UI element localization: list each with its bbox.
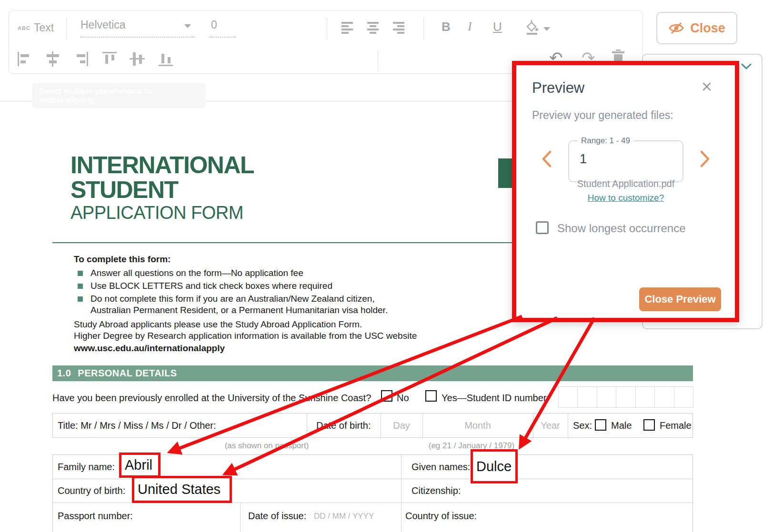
align-text-left-icon[interactable] xyxy=(341,21,354,34)
range-value-input[interactable]: 1 xyxy=(580,152,587,167)
app-window: ABC Text Helvetica 0 B I U xyxy=(0,0,773,532)
day-field[interactable]: Day xyxy=(381,420,422,431)
chevron-down-icon xyxy=(184,24,191,28)
toolbar-divider xyxy=(327,18,327,39)
given-names-value-highlight[interactable]: Dulce xyxy=(471,449,518,483)
tooltip-line1: Select multiple placeholders to xyxy=(39,87,199,96)
bullet-icon xyxy=(78,284,83,289)
doc-title-line3: APPLICATION FORM xyxy=(70,203,243,223)
male-checkbox[interactable] xyxy=(595,419,606,431)
sex-label: Sex: xyxy=(573,420,592,431)
enrolled-question: Have you been previously enrolled at the… xyxy=(52,393,371,404)
align-objects-bottom-icon[interactable] xyxy=(158,51,174,67)
bullet-item: Answer all questions on the form—No appl… xyxy=(90,268,303,278)
align-objects-right-icon[interactable] xyxy=(74,51,89,67)
preview-filename: Student Application.pdf xyxy=(554,178,697,189)
year-field[interactable]: Year xyxy=(533,420,568,431)
doc-paragraph: Higher Degree by Research application in… xyxy=(74,331,417,341)
toolbar-divider xyxy=(66,18,67,39)
range-label: Range: 1 - 49 xyxy=(578,136,633,146)
aligning-tooltip: Select multiple placeholders to enable a… xyxy=(32,83,206,108)
male-label: Male xyxy=(611,420,632,431)
italic-button[interactable]: I xyxy=(468,20,472,34)
id-digit-cell[interactable] xyxy=(578,386,597,408)
align-objects-top-icon[interactable] xyxy=(101,51,118,67)
fill-color-icon[interactable] xyxy=(522,19,542,38)
font-family-select[interactable]: Helvetica xyxy=(80,19,195,31)
close-button-label: Close xyxy=(690,21,725,36)
title-field-label: Title: Mr / Mrs / Miss / Ms / Dr / Other… xyxy=(58,420,216,431)
student-id-grid[interactable] xyxy=(558,386,693,408)
female-checkbox[interactable] xyxy=(643,419,655,431)
how-to-customize-link[interactable]: How to customize? xyxy=(554,193,697,203)
dob-label: Date of birth: xyxy=(316,420,371,431)
fill-color-chevron-icon[interactable] xyxy=(543,27,550,31)
family-name-value-highlight[interactable]: Abril xyxy=(119,453,161,478)
align-objects-center-h-icon[interactable] xyxy=(45,51,60,67)
prev-page-chevron-icon[interactable] xyxy=(541,150,552,168)
modal-close-icon[interactable]: × xyxy=(702,79,712,95)
font-size-underline xyxy=(209,37,236,38)
toolbar-divider xyxy=(423,18,424,39)
align-text-right-icon[interactable] xyxy=(393,21,405,34)
preview-modal: Preview × Preview your generated files: … xyxy=(512,61,739,322)
section-number: 1.0 xyxy=(57,368,71,379)
title-dob-table: Title: Mr / Mrs / Miss / Ms / Dr / Other… xyxy=(52,413,693,438)
country-birth-label: Country of birth: xyxy=(58,485,125,496)
country-birth-value-highlight[interactable]: United States xyxy=(132,476,232,503)
toolbar-divider xyxy=(378,50,378,71)
given-names-value: Dulce xyxy=(476,459,512,474)
modal-subtitle: Preview your generated files: xyxy=(532,109,673,122)
citizenship-label: Citizenship: xyxy=(412,485,461,496)
date-issue-placeholder[interactable]: DD / MM / YYYY xyxy=(314,512,374,521)
underline-button[interactable]: U xyxy=(493,20,502,34)
table-divider xyxy=(307,414,307,438)
page-range-fieldset[interactable]: Range: 1 - 49 1 xyxy=(568,140,683,182)
given-names-label: Given names: xyxy=(412,462,470,473)
section-banner: 1.0 PERSONAL DETAILS xyxy=(52,365,693,381)
bullet-icon xyxy=(78,271,83,276)
date-issue-label: Date of issue: xyxy=(248,511,306,522)
yes-label: Yes—Student ID number: xyxy=(442,393,549,404)
next-page-chevron-icon[interactable] xyxy=(699,150,711,168)
doc-title-line2: STUDENT xyxy=(70,178,178,202)
bullet-icon xyxy=(78,296,83,302)
month-field[interactable]: Month xyxy=(422,420,533,431)
id-digit-cell[interactable] xyxy=(558,386,578,408)
yes-checkbox[interactable] xyxy=(425,390,437,402)
text-tool-label: Text xyxy=(34,21,54,34)
table-divider xyxy=(568,414,568,438)
align-text-center-icon[interactable] xyxy=(367,21,380,34)
table-divider xyxy=(401,455,402,532)
bullet-item: Do not complete this form if you are an … xyxy=(90,294,375,304)
no-label: No xyxy=(397,393,409,404)
passport-note: (as shown on passport) xyxy=(205,441,329,451)
table-divider xyxy=(240,502,241,532)
no-checkbox[interactable] xyxy=(381,390,392,402)
id-digit-cell[interactable] xyxy=(597,386,616,408)
align-objects-middle-v-icon[interactable] xyxy=(129,51,145,67)
doc-paragraph: Study Abroad applicants please use the S… xyxy=(74,319,362,330)
font-size-value: 0 xyxy=(211,19,217,31)
bold-button[interactable]: B xyxy=(442,20,451,34)
female-label: Female xyxy=(660,420,692,431)
passport-number-label: Passport number: xyxy=(58,511,133,522)
show-longest-occurrence-checkbox[interactable] xyxy=(536,221,549,234)
doc-title-line1: INTERNATIONAL xyxy=(70,153,254,177)
id-digit-cell[interactable] xyxy=(616,386,635,408)
tooltip-line2: enable aligning xyxy=(39,96,199,105)
modal-title: Preview xyxy=(532,79,584,97)
id-digit-cell[interactable] xyxy=(674,386,693,408)
close-preview-button[interactable]: Close Preview xyxy=(639,287,721,311)
id-digit-cell[interactable] xyxy=(636,386,655,408)
align-objects-left-icon[interactable] xyxy=(17,51,32,67)
country-birth-value: United States xyxy=(138,482,221,497)
abc-icon: ABC xyxy=(18,25,30,31)
id-digit-cell[interactable] xyxy=(655,386,674,408)
chevron-down-icon xyxy=(741,63,752,70)
show-longest-occurrence-label: Show longest occurrence xyxy=(557,222,685,235)
font-family-underline xyxy=(80,37,195,38)
close-button[interactable]: Close xyxy=(656,12,737,44)
font-size-input[interactable]: 0 xyxy=(209,19,236,31)
bullet-item: Use BLOCK LETTERS and tick check boxes w… xyxy=(90,281,332,291)
